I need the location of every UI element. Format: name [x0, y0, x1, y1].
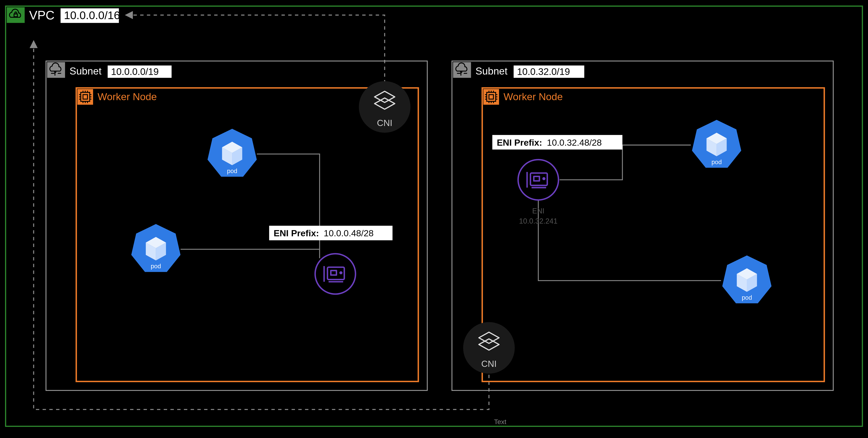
worker-node-label: Worker Node: [504, 91, 563, 102]
subnet-cloud-icon: [453, 62, 471, 78]
eni-name-label: ENI: [532, 207, 545, 215]
vpc-cidr-badge: 10.0.0.0/16: [60, 8, 120, 23]
worker-node-left: Worker Node pod pod ENI Prefix: 10.0.: [76, 88, 418, 381]
svg-text:ENI Prefix:
          10.0.32.: ENI Prefix: 10.0.32.48/28: [497, 137, 602, 148]
cni-label: CNI: [377, 118, 393, 128]
eni-prefix-badge: ENI Prefix: 10.0.32.48/28: [492, 135, 622, 149]
footer-text: Text: [494, 418, 506, 426]
pod: pod: [208, 129, 257, 177]
subnet-label: Subnet: [70, 65, 102, 77]
eni-prefix-label: ENI Prefix:: [274, 228, 319, 238]
eni-ip-label: 10.0.32.241: [519, 217, 558, 225]
svg-text:ENI Prefix:
          10.0.0.4: ENI Prefix: 10.0.0.48/28: [274, 228, 374, 238]
connector-lines: [538, 145, 721, 280]
cni-badge: CNI: [463, 322, 515, 374]
subnet-cloud-icon: [47, 62, 65, 78]
pod: pod: [722, 256, 772, 303]
eni-prefix-badge: ENI Prefix: 10.0.0.48/28: [269, 226, 393, 240]
eni-prefix-value: 10.0.32.48/28: [547, 137, 602, 148]
pod-label: pod: [151, 263, 161, 270]
vpc-cidr: 10.0.0.0/16: [64, 9, 120, 22]
svg-rect-27: [482, 88, 824, 381]
pod: pod: [131, 224, 181, 272]
chip-icon: [483, 89, 499, 105]
subnet-cidr-badge: 10.0.32.0/19: [514, 66, 584, 78]
subnet-left: Subnet 10.0.0.0/19 Worker Node pod pod: [46, 61, 427, 391]
subnet-label: Subnet: [475, 65, 507, 77]
chip-icon: [78, 89, 93, 105]
cni-badge: CNI: [359, 81, 410, 133]
pod-label: pod: [227, 168, 237, 174]
eni-icon: [315, 254, 355, 294]
eni-icon: [518, 160, 559, 200]
cni-label: CNI: [481, 359, 497, 369]
subnet-cidr-badge: 10.0.0.0/19: [107, 66, 172, 78]
eni-prefix-label: ENI Prefix:: [497, 137, 542, 148]
subnet-cidr: 10.0.32.0/19: [517, 66, 570, 77]
vpc-cloud-icon: [7, 7, 25, 23]
subnet-right: Subnet 10.0.32.0/19 Worker Node ENI Pref…: [452, 61, 833, 391]
subnet-cidr: 10.0.0.0/19: [111, 66, 159, 77]
connector-lines: [181, 154, 320, 258]
pod-label: pod: [711, 159, 722, 166]
worker-node-label: Worker Node: [98, 91, 157, 102]
vpc-label: VPC: [29, 8, 55, 22]
worker-node-right: Worker Node ENI Prefix: 10.0.32.48/28 EN…: [482, 88, 824, 381]
pod-label: pod: [742, 294, 752, 301]
eni-prefix-value: 10.0.0.48/28: [324, 228, 374, 238]
pod: pod: [692, 120, 741, 168]
